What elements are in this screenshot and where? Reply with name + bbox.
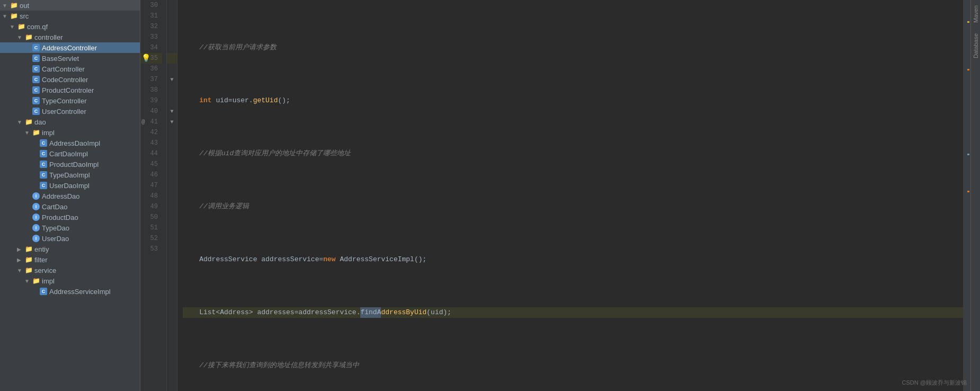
scroll-mark-orange2	[967, 191, 969, 192]
tree-item-productcontroler[interactable]: C ProductControler	[0, 85, 140, 95]
c-icon-codecontroller: C	[32, 75, 40, 84]
editor-area: 30 31 32 33 34 💡 35 36 37 38 39 40 @ 41 …	[140, 0, 970, 391]
tree-item-typedaoimpl[interactable]: C TypeDaoImpl	[0, 170, 140, 180]
gutter-52	[167, 233, 177, 244]
c-icon-productcontroler: C	[32, 86, 40, 94]
fold-icon-41: ▼	[170, 119, 173, 125]
line-44: 44	[140, 148, 162, 159]
tree-label-cartdaoimpl: CartDaoImpl	[49, 150, 88, 158]
code-line-32: //根据uid查询对应用户的地址中存储了哪些地址	[183, 148, 963, 159]
line-45: 45	[140, 159, 162, 170]
gutter-47	[167, 180, 177, 191]
gutter-41: ▼	[167, 117, 177, 127]
c-icon-typedaoimpl: C	[39, 171, 48, 179]
i-icon-cartdao: I	[32, 202, 40, 211]
gutter-33	[167, 32, 177, 42]
c-icon-baseservlet: C	[32, 54, 40, 63]
tree-item-userdao[interactable]: I UserDao	[0, 233, 140, 244]
line-53: 53	[140, 244, 162, 254]
gutter-50	[167, 212, 177, 223]
tree-item-codecontroller[interactable]: C CodeController	[0, 74, 140, 85]
gutter-30	[167, 0, 177, 11]
tree-item-addressserviceimpl[interactable]: C AddressServiceImpl	[0, 286, 140, 297]
gutter-35	[167, 53, 177, 64]
tree-label-productdaoimpl: ProductDaoImpl	[49, 161, 99, 168]
tree-item-out[interactable]: ▼ 📁 out	[0, 0, 140, 11]
tree-item-impl-service[interactable]: ▼ 📁 impl	[0, 276, 140, 286]
tree-item-addressdaoimpl[interactable]: C AddressDaoImpl	[0, 138, 140, 148]
tree-item-addresscontroller[interactable]: C AddressController	[0, 42, 140, 53]
line-46: 46	[140, 170, 162, 180]
tree-item-service[interactable]: ▼ 📁 service	[0, 265, 140, 276]
maven-tab[interactable]: Maven	[972, 0, 980, 28]
tree-item-cartdao[interactable]: I CartDao	[0, 201, 140, 212]
folder-icon-src: 📁	[10, 12, 18, 20]
right-panel-tabs: Maven Database	[970, 0, 980, 391]
c-icon-addressserviceimpl: C	[39, 287, 48, 296]
tree-item-typecontroller[interactable]: C TypeController	[0, 95, 140, 106]
scroll-indicator[interactable]	[963, 0, 970, 391]
line-41: @ 41	[140, 117, 162, 127]
expand-arrow-controller: ▼	[17, 34, 23, 40]
arrow-icon-37: ▼	[170, 77, 173, 83]
file-tree[interactable]: ▼ 📁 out ▼ 📁 src ▼ 📁 com.qf ▼ 📁 controlle…	[0, 0, 140, 391]
tree-item-userdaoimpl[interactable]: C UserDaoImpl	[0, 180, 140, 191]
c-icon-addressdaoimpl: C	[39, 139, 48, 147]
c-icon-cartdaoimpl: C	[39, 149, 48, 158]
tree-label-cartdao: CartDao	[42, 203, 67, 211]
tree-item-entiy[interactable]: ▶ 📁 entiy	[0, 244, 140, 254]
tree-item-typedao[interactable]: I TypeDao	[0, 223, 140, 233]
tree-item-productdao[interactable]: I ProductDao	[0, 212, 140, 223]
database-tab[interactable]: Database	[972, 28, 980, 64]
gutter-46	[167, 170, 177, 180]
tree-label-entiy: entiy	[34, 245, 49, 253]
gutter-40: ▼	[167, 106, 177, 117]
tree-item-dao[interactable]: ▼ 📁 dao	[0, 117, 140, 127]
tree-item-addressdao[interactable]: I AddressDao	[0, 191, 140, 201]
tree-item-productdaoimpl[interactable]: C ProductDaoImpl	[0, 159, 140, 170]
c-icon-productdaoimpl: C	[39, 160, 48, 168]
watermark: CSDN @顾波乔与新波锦	[902, 379, 967, 387]
folder-icon-impl-service: 📁	[32, 277, 40, 285]
gutter-39	[167, 95, 177, 106]
tree-item-usercontroller[interactable]: C UserController	[0, 106, 140, 117]
tree-item-cartdaoimpl[interactable]: C CartDaoImpl	[0, 148, 140, 159]
line-47: 47	[140, 180, 162, 191]
line-51: 51	[140, 223, 162, 233]
line-34: 34	[140, 42, 162, 53]
line-30: 30	[140, 0, 162, 11]
line-33: 33	[140, 32, 162, 42]
tree-item-filter[interactable]: ▶ 📁 filter	[0, 254, 140, 265]
spacer-addresscontroller	[24, 45, 31, 51]
tree-item-src[interactable]: ▼ 📁 src	[0, 11, 140, 21]
tree-label-codecontroller: CodeController	[42, 76, 88, 84]
i-icon-userdao: I	[32, 234, 40, 243]
tree-item-comqf[interactable]: ▼ 📁 com.qf	[0, 21, 140, 32]
tree-item-controller[interactable]: ▼ 📁 controller	[0, 32, 140, 42]
folder-icon-impl-dao: 📁	[32, 128, 40, 137]
gutter: ▼ ▼ ▼	[167, 0, 177, 391]
c-icon-addresscontroller: C	[32, 43, 40, 52]
tree-item-impl-dao[interactable]: ▼ 📁 impl	[0, 127, 140, 138]
line-numbers: 30 31 32 33 34 💡 35 36 37 38 39 40 @ 41 …	[140, 0, 167, 391]
expand-arrow-comqf: ▼	[10, 24, 16, 30]
at-icon: @	[141, 117, 145, 127]
folder-icon-out: 📁	[10, 1, 18, 10]
line-40: 40	[140, 106, 162, 117]
tree-label-addressserviceimpl: AddressServiceImpl	[49, 288, 111, 296]
line-39: 39	[140, 95, 162, 106]
line-49: 49	[140, 201, 162, 212]
tree-item-baseservlet[interactable]: C BaseServlet	[0, 53, 140, 64]
i-icon-productdao: I	[32, 213, 40, 221]
gutter-48	[167, 191, 177, 201]
code-lines[interactable]: //获取当前用户请求参数 int uid=user.getUid(); //根据…	[177, 0, 963, 391]
tree-label-addresscontroller: AddressController	[42, 44, 97, 52]
i-icon-addressdao: I	[32, 192, 40, 200]
code-line-36: //接下来将我们查询到的地址信息转发到共享域当中	[183, 360, 963, 371]
line-35: 💡 35	[140, 53, 162, 64]
tree-label-service: service	[34, 266, 56, 274]
code-container[interactable]: 30 31 32 33 34 💡 35 36 37 38 39 40 @ 41 …	[140, 0, 970, 391]
tree-label-comqf: com.qf	[27, 23, 48, 31]
gutter-36	[167, 64, 177, 74]
tree-item-cartcontroller[interactable]: C CartController	[0, 64, 140, 74]
